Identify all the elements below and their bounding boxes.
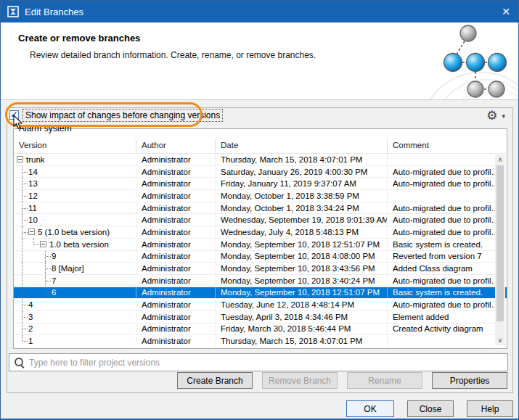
ok-button[interactable]: OK [346, 400, 394, 417]
version-cell: 1 [14, 335, 136, 347]
version-cell: 8 [Major] [14, 263, 136, 274]
date-cell: Monday, October 1, 2018 3:34:24 PM [216, 202, 388, 214]
page-title: Create or remove branches [18, 33, 140, 44]
tree-guide [40, 251, 52, 263]
author-cell: Administrator [136, 166, 216, 178]
version-label: 14 [28, 168, 38, 176]
column-header-date[interactable]: Date [216, 139, 388, 153]
table-row[interactable]: 1AdministratorThursday, March 15, 2018 4… [14, 335, 507, 347]
tree-guide [17, 178, 28, 189]
versions-table: VersionAuthorDateComment trunkAdministra… [13, 128, 507, 349]
edit-branches-dialog: Edit Branches ✕ Create or remove branche… [0, 0, 519, 420]
table-row[interactable]: trunkAdministratorThursday, March 15, 20… [14, 154, 507, 166]
comment-cell [388, 335, 496, 347]
version-label: trunk [26, 155, 45, 164]
author-cell: Administrator [136, 263, 216, 274]
comment-cell: Reverted from version 7 [388, 251, 496, 263]
author-cell: Administrator [136, 299, 216, 310]
tree-expander-icon[interactable] [40, 241, 46, 247]
scrollbar-thumb[interactable] [496, 165, 504, 321]
author-cell: Administrator [136, 178, 216, 189]
table-row[interactable]: 6AdministratorMonday, September 10, 2018… [14, 287, 507, 300]
show-impact-checkbox-label[interactable]: Show impact of changes before changing v… [23, 109, 223, 122]
table-row[interactable]: 13AdministratorFriday, January 11, 2019 … [14, 178, 507, 190]
version-label: 3 [28, 313, 33, 321]
dialog-header: Create or remove branches Review detaile… [1, 22, 518, 100]
rename-button: Rename [347, 372, 422, 389]
scroll-down-icon[interactable]: ∨ [495, 335, 505, 345]
app-icon [7, 6, 19, 17]
column-header-comment[interactable]: Comment [388, 139, 507, 153]
date-cell: Saturday, January 26, 2019 4:00:30 PM [216, 166, 388, 178]
author-cell: Administrator [136, 154, 216, 165]
properties-button[interactable]: Properties [432, 372, 507, 389]
version-label: 13 [28, 179, 38, 188]
author-cell: Administrator [136, 214, 216, 226]
filter-input[interactable]: Type here to filter project versions [9, 353, 508, 371]
show-impact-checkbox[interactable]: ✓ [9, 110, 19, 120]
version-cell: 11 [14, 202, 136, 214]
table-row[interactable]: 5 (1.0 beta version)AdministratorWednesd… [14, 226, 507, 239]
close-button[interactable]: Close [407, 400, 454, 417]
table-row[interactable]: 11AdministratorMonday, October 1, 2018 3… [14, 202, 507, 215]
scroll-up-icon[interactable]: ∧ [495, 155, 505, 165]
comment-cell [388, 190, 496, 202]
page-subtitle: Review detailed branch information. Crea… [30, 50, 316, 60]
comment-cell: Auto-migrated due to profil… [388, 226, 496, 238]
tree-guide [17, 324, 28, 335]
column-header-author[interactable]: Author [136, 139, 216, 153]
tree-guide [17, 214, 28, 226]
tree-guide [28, 251, 40, 263]
comment-cell: Added Class diagram [388, 263, 496, 274]
version-cell: 2 [14, 324, 136, 335]
table-row[interactable]: 7AdministratorMonday, September 10, 2018… [14, 275, 507, 287]
tree-guide [28, 239, 40, 250]
comment-cell: Auto-migrated due to profil… [388, 202, 496, 214]
author-cell: Administrator [136, 335, 216, 347]
table-row[interactable]: 4AdministratorTuesday, June 12, 2018 4:4… [14, 299, 507, 311]
branch-diagram-graphic [420, 24, 518, 99]
table-row[interactable]: 2AdministratorFriday, March 30, 2018 5:4… [14, 324, 507, 336]
gear-icon[interactable]: ⚙ [486, 110, 497, 122]
table-row[interactable]: 12AdministratorMonday, October 1, 2018 3… [14, 190, 507, 202]
date-cell: Wednesday, September 19, 2018 9:01:39 AM [216, 214, 388, 226]
comment-cell: Element added [388, 311, 496, 323]
close-icon[interactable]: ✕ [494, 1, 518, 22]
help-button[interactable]: Help [467, 400, 513, 417]
table-body: trunkAdministratorThursday, March 15, 20… [14, 154, 507, 347]
gear-dropdown-caret-icon[interactable]: ▾ [502, 112, 505, 120]
version-label: 4 [28, 300, 33, 309]
table-row[interactable]: 3AdministratorTuesday, April 3, 2018 4:3… [14, 311, 507, 324]
table-row[interactable]: 9AdministratorMonday, September 10, 2018… [14, 251, 507, 263]
version-cell: 6 [14, 287, 136, 299]
author-cell: Administrator [136, 202, 216, 214]
tree-guide [17, 287, 28, 299]
tree-expander-icon[interactable] [17, 156, 23, 162]
tree-guide [28, 275, 40, 287]
table-row[interactable]: 8 [Major]AdministratorMonday, September … [14, 263, 507, 275]
version-cell: 3 [14, 311, 136, 323]
table-row[interactable]: 10AdministratorWednesday, September 19, … [14, 214, 507, 226]
tree-guide [17, 263, 28, 274]
table-row[interactable]: 14AdministratorSaturday, January 26, 201… [14, 166, 507, 178]
version-label: 7 [52, 276, 56, 285]
date-cell: Monday, September 10, 2018 4:08:00 PM [216, 251, 388, 263]
version-cell: 14 [14, 166, 136, 178]
tree-guide [17, 251, 28, 263]
remove-branch-button: Remove Branch [262, 372, 338, 389]
date-cell: Friday, March 30, 2018 5:46:44 PM [216, 324, 388, 335]
version-cell: 4 [14, 299, 136, 310]
comment-cell: Auto-migrated due to profil… [388, 299, 496, 310]
version-label: 5 (1.0 beta version) [38, 228, 110, 236]
version-cell: 7 [14, 275, 136, 287]
table-row[interactable]: 1.0 beta versionAdministratorMonday, Sep… [14, 239, 507, 251]
comment-cell: Basic system is created. [388, 239, 496, 250]
table-header-row: VersionAuthorDateComment [14, 139, 507, 154]
column-header-version[interactable]: Version [14, 139, 136, 153]
comment-cell: Auto-migrated due to profil… [388, 178, 496, 189]
date-cell: Thursday, March 15, 2018 4:07:01 PM [216, 154, 388, 165]
author-cell: Administrator [136, 226, 216, 238]
vertical-scrollbar[interactable]: ∧ ∨ [495, 155, 505, 345]
tree-expander-icon[interactable] [28, 228, 35, 235]
create-branch-button[interactable]: Create Branch [177, 372, 253, 389]
